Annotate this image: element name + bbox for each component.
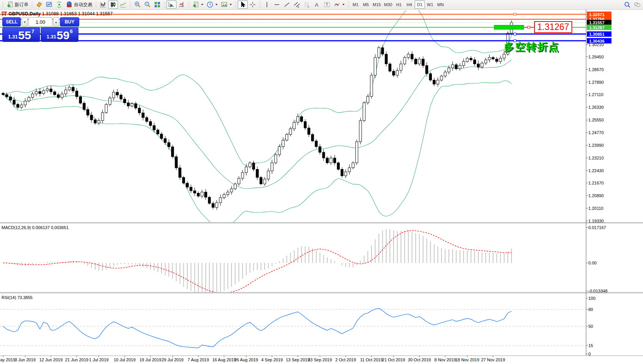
toolbar-grip bbox=[129, 1, 131, 8]
timeframe-mn-button[interactable]: MN bbox=[435, 0, 446, 9]
svg-text:1.29450: 1.29450 bbox=[588, 55, 604, 59]
date-tick-label: 4 Sep 2019 bbox=[261, 357, 283, 362]
svg-text:0: 0 bbox=[588, 352, 591, 356]
line-chart-button[interactable] bbox=[118, 0, 128, 9]
svg-text:1.30851: 1.30851 bbox=[589, 32, 605, 37]
candle bbox=[65, 90, 67, 94]
chat-button[interactable] bbox=[632, 0, 642, 9]
candle-chart-icon bbox=[110, 1, 117, 8]
search-button[interactable] bbox=[622, 0, 632, 9]
sell-button[interactable]: SELL bbox=[2, 17, 21, 27]
candle bbox=[249, 163, 251, 167]
candle bbox=[319, 147, 321, 153]
autotrade-button[interactable]: 自动交易 bbox=[64, 0, 94, 9]
timeframe-label: M5 bbox=[363, 2, 369, 7]
candle bbox=[260, 178, 262, 184]
zoom-in-button[interactable] bbox=[132, 0, 142, 9]
ohlc-values: 1.31088 1.31653 1.31044 1.31557 bbox=[42, 11, 113, 17]
timeframe-m1-button[interactable]: M1 bbox=[350, 0, 361, 9]
timeframe-h4-button[interactable]: H4 bbox=[404, 0, 415, 9]
text-button[interactable]: A bbox=[312, 0, 322, 9]
line-chart-icon bbox=[120, 1, 127, 8]
channel-button[interactable]: E bbox=[292, 0, 302, 9]
candle bbox=[503, 54, 505, 58]
timeframe-h1-button[interactable]: H1 bbox=[394, 0, 404, 9]
chart-shift-button[interactable] bbox=[177, 0, 187, 9]
market-watch-button[interactable] bbox=[34, 0, 44, 9]
candle bbox=[477, 64, 480, 67]
svg-text:T: T bbox=[326, 3, 328, 7]
candle bbox=[35, 91, 37, 94]
timeframe-d1-button[interactable]: D1 bbox=[415, 0, 425, 9]
ask-price[interactable]: 1.31 59 6 bbox=[41, 27, 78, 42]
candle bbox=[326, 158, 328, 163]
svg-text:80: 80 bbox=[588, 307, 593, 312]
charts-button[interactable] bbox=[44, 0, 54, 9]
candle bbox=[396, 70, 398, 75]
timeframe-m5-button[interactable]: M5 bbox=[361, 0, 371, 9]
date-tick-label: 2 Oct 2019 bbox=[335, 357, 356, 362]
dropdown-caret-icon bbox=[215, 4, 218, 5]
trendline-button[interactable] bbox=[282, 0, 292, 9]
timeframe-m15-button[interactable]: M15 bbox=[371, 0, 382, 9]
candle bbox=[123, 99, 126, 103]
crosshair-button[interactable] bbox=[248, 0, 258, 9]
candle bbox=[5, 95, 8, 97]
search-icon bbox=[624, 1, 631, 8]
bar-chart-button[interactable] bbox=[98, 0, 108, 9]
candle bbox=[451, 65, 454, 68]
vline-button[interactable] bbox=[262, 0, 272, 9]
svg-text:15: 15 bbox=[588, 343, 593, 348]
candle bbox=[182, 178, 185, 183]
candle bbox=[499, 58, 501, 61]
tile-windows-button[interactable] bbox=[152, 0, 162, 9]
buy-button[interactable]: BUY bbox=[60, 17, 79, 27]
candle bbox=[164, 138, 166, 143]
chinese-note: 多空转折点 bbox=[504, 40, 560, 54]
candle bbox=[127, 103, 130, 106]
dropdown-caret-icon bbox=[201, 4, 203, 5]
candle bbox=[9, 97, 12, 100]
toolbar-grip bbox=[163, 1, 165, 8]
rsi-indicator-label: RSI(14) 73.3855 bbox=[2, 295, 33, 300]
cursor-button[interactable] bbox=[238, 0, 248, 9]
candle bbox=[17, 104, 19, 107]
candle bbox=[282, 140, 284, 147]
candle bbox=[72, 87, 74, 91]
volume-increase-button[interactable]: ▲ bbox=[53, 17, 59, 27]
chart-canvas[interactable]: 1.302101.294501.286701.278901.271101.263… bbox=[0, 10, 643, 364]
candle bbox=[422, 59, 424, 66]
indicators-icon bbox=[192, 1, 199, 8]
volume-input[interactable] bbox=[28, 17, 52, 27]
candle-chart-button[interactable] bbox=[108, 0, 118, 9]
candle bbox=[219, 198, 222, 203]
zoom-out-button[interactable] bbox=[142, 0, 152, 9]
candle bbox=[366, 96, 369, 103]
shapes-button[interactable] bbox=[332, 0, 346, 9]
label-button[interactable]: T bbox=[322, 0, 332, 9]
candle bbox=[215, 203, 218, 208]
chart-window[interactable]: 1.302101.294501.286701.278901.271101.263… bbox=[0, 10, 643, 364]
bid-price[interactable]: 1.31 55 7 bbox=[2, 27, 40, 42]
periods-button[interactable] bbox=[205, 0, 219, 9]
bar-chart-icon bbox=[100, 1, 107, 8]
auto-scroll-button[interactable] bbox=[167, 0, 177, 9]
new-order-button[interactable]: 新订单 bbox=[5, 0, 30, 9]
signals-button[interactable] bbox=[54, 0, 64, 9]
trendline-icon bbox=[283, 1, 290, 8]
candle bbox=[411, 54, 413, 59]
charts-icon bbox=[46, 1, 53, 8]
timeframe-m30-button[interactable]: M30 bbox=[382, 0, 393, 9]
fibonacci-button[interactable]: F bbox=[302, 0, 312, 9]
candle bbox=[153, 126, 155, 130]
candle bbox=[252, 163, 255, 170]
timeframe-w1-button[interactable]: W1 bbox=[425, 0, 435, 9]
templates-button[interactable] bbox=[219, 0, 233, 9]
hline-button[interactable] bbox=[272, 0, 282, 9]
templates-icon bbox=[221, 1, 228, 8]
one-click-trading-panel: SELL ▼ ▲ BUY 1.31 55 7 1.31 59 6 bbox=[2, 17, 79, 42]
indicators-button[interactable] bbox=[191, 0, 205, 9]
price-chart[interactable]: 1.302101.294501.286701.278901.271101.263… bbox=[0, 10, 643, 364]
volume-decrease-button[interactable]: ▼ bbox=[22, 17, 28, 27]
candle bbox=[75, 91, 78, 97]
